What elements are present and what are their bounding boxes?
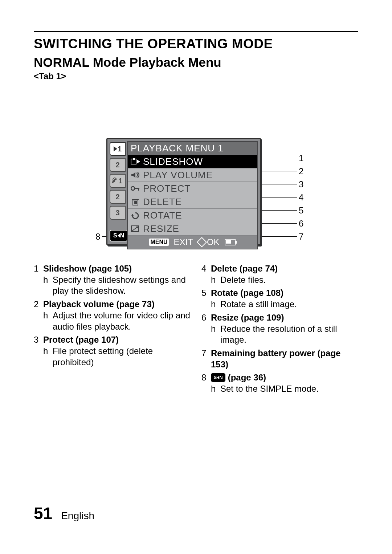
- rotate-icon: [128, 212, 143, 219]
- play-tab-1[interactable]: 1: [110, 142, 126, 156]
- menu-item-resize[interactable]: RESIZE: [128, 222, 257, 235]
- desc-item: 2 Playback volume (page 73) h Adjust the…: [34, 299, 191, 332]
- lcd-screen: 1 2 1 2 3 SN PLAYBACK: [106, 138, 261, 245]
- bullet: h: [211, 274, 220, 286]
- simple-normal-toggle[interactable]: SN: [110, 230, 128, 241]
- wrench-icon: [113, 178, 118, 183]
- battery-icon: [225, 239, 236, 245]
- desc-number: 5: [201, 288, 211, 310]
- tab-number: 3: [115, 209, 119, 217]
- svg-marker-1: [137, 160, 140, 163]
- exit-label: EXIT: [174, 237, 193, 247]
- desc-text: Reduce the resolution of a still image.: [220, 323, 358, 346]
- tab-indicator: <Tab 1>: [34, 71, 358, 81]
- ok-label: OK: [207, 237, 220, 247]
- menu-item-play-volume[interactable]: PLAY VOLUME: [128, 168, 257, 182]
- desc-number: 1: [34, 263, 43, 297]
- desc-title: Delete (page 74): [211, 263, 358, 274]
- menu-panel: PLAYBACK MENU 1 SLIDESHOW PLAY VOLUME: [127, 141, 258, 249]
- desc-title: Playback volume (page 73): [43, 299, 191, 310]
- desc-text: Set to the SIMPLE mode.: [220, 383, 319, 395]
- menu-item-label: PLAY VOLUME: [143, 170, 257, 181]
- desc-item: 3 Protect (page 107) h File protect sett…: [34, 334, 191, 368]
- page-language: English: [61, 510, 94, 522]
- dpad-icon: [197, 237, 207, 247]
- desc-item: 4 Delete (page 74) h Delete files.: [201, 263, 358, 285]
- svg-point-4: [131, 187, 135, 190]
- menu-item-slideshow[interactable]: SLIDESHOW: [128, 155, 257, 168]
- svg-rect-2: [133, 158, 135, 160]
- right-column: 4 Delete (page 74) h Delete files. 5 Rot…: [201, 263, 358, 397]
- desc-item: 7 Remaining battery power (page 153): [201, 348, 358, 370]
- menu-item-label: RESIZE: [143, 223, 257, 235]
- tab-number: 1: [118, 177, 122, 185]
- trash-icon: [128, 198, 143, 205]
- menu-item-label: ROTATE: [143, 210, 257, 221]
- svg-rect-8: [132, 199, 139, 200]
- setup-tab-1[interactable]: 1: [110, 174, 126, 188]
- page-title: SWITCHING THE OPERATING MODE: [34, 36, 358, 52]
- desc-title: Rotate (page 108): [211, 288, 358, 299]
- bullet: h: [43, 310, 53, 332]
- desc-title: Resize (page 109): [211, 312, 358, 323]
- desc-item: 5 Rotate (page 108) h Rotate a still ima…: [201, 288, 358, 310]
- tab-number: 1: [118, 145, 122, 153]
- desc-number: 3: [34, 334, 43, 368]
- left-column: 1 Slideshow (page 105) h Specify the sli…: [34, 263, 191, 397]
- slideshow-icon: [128, 158, 143, 165]
- setup-tab-3[interactable]: 3: [110, 206, 126, 220]
- play-tab-2[interactable]: 2: [110, 158, 126, 172]
- menu-item-delete[interactable]: DELETE: [128, 195, 257, 208]
- callout-5: 5: [299, 205, 303, 216]
- svg-marker-12: [131, 214, 134, 216]
- svg-rect-6: [138, 188, 139, 191]
- volume-icon: [128, 171, 143, 179]
- svg-marker-3: [131, 172, 135, 178]
- desc-item: 8 SN (page 36) h Set to the SIMPLE mode.: [201, 372, 358, 394]
- key-icon: [128, 185, 143, 192]
- desc-item: 1 Slideshow (page 105) h Specify the sli…: [34, 263, 191, 297]
- simple-normal-icon: SN: [211, 373, 225, 382]
- setup-tab-2[interactable]: 2: [110, 190, 126, 204]
- section-title: NORMAL Mode Playback Menu: [34, 55, 358, 70]
- desc-title: SN (page 36): [211, 372, 358, 383]
- menu-item-protect[interactable]: PROTECT: [128, 182, 257, 195]
- menu-tab-column: 1 2 1 2 3: [110, 142, 127, 222]
- callout-3: 3: [299, 179, 303, 190]
- desc-text: Adjust the volume for video clip and aud…: [53, 310, 191, 332]
- menu-title: PLAYBACK MENU 1: [128, 142, 257, 155]
- bullet: h: [211, 323, 220, 346]
- callout-8: 8: [95, 232, 100, 242]
- desc-text: Delete files.: [220, 274, 266, 286]
- callout-7: 7: [299, 232, 303, 242]
- menu-item-rotate[interactable]: ROTATE: [128, 208, 257, 222]
- menu-item-label: DELETE: [143, 196, 257, 208]
- bullet: h: [211, 383, 220, 395]
- desc-title: Remaining battery power (page 153): [211, 348, 358, 370]
- desc-title: Slideshow (page 105): [43, 263, 191, 274]
- bullet: h: [43, 274, 53, 297]
- tab-number: 2: [115, 193, 119, 201]
- bullet: h: [43, 346, 53, 368]
- desc-number: 8: [201, 372, 211, 394]
- play-icon: [114, 146, 117, 151]
- tab-number: 2: [115, 161, 119, 169]
- camera-screen-figure: 1 2 3 4 5 6 7 8 1: [106, 138, 268, 245]
- menu-item-label: SLIDESHOW: [143, 156, 257, 167]
- desc-number: 2: [34, 299, 43, 332]
- desc-item: 6 Resize (page 109) h Reduce the resolut…: [201, 312, 358, 346]
- menu-button-label: MENU: [149, 239, 168, 246]
- desc-text: File protect setting (delete prohibited): [53, 346, 191, 368]
- callout-6: 6: [299, 219, 303, 229]
- bullet: h: [211, 299, 220, 310]
- desc-text: Specify the slideshow settings and play …: [53, 274, 191, 297]
- page-footer: 51 English: [34, 504, 94, 523]
- description-columns: 1 Slideshow (page 105) h Specify the sli…: [34, 263, 358, 397]
- desc-number: 4: [201, 263, 211, 285]
- desc-number: 6: [201, 312, 211, 346]
- resize-icon: [128, 225, 143, 232]
- callout-4: 4: [299, 192, 303, 203]
- desc-number: 7: [201, 348, 211, 370]
- desc-text: Rotate a still image.: [220, 299, 297, 310]
- page-number: 51: [34, 504, 52, 523]
